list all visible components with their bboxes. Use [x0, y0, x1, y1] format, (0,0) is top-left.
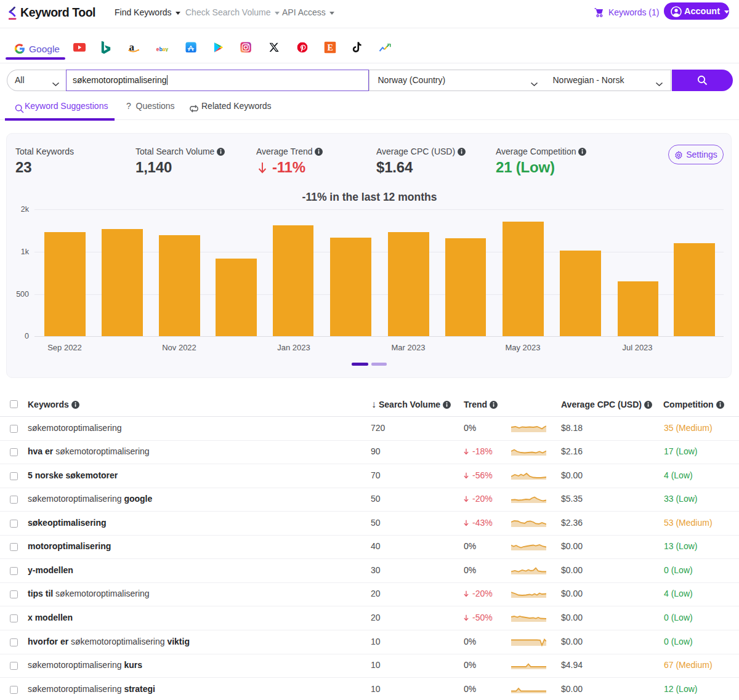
svg-text:E: E: [327, 43, 333, 52]
svg-text:y: y: [165, 46, 168, 52]
